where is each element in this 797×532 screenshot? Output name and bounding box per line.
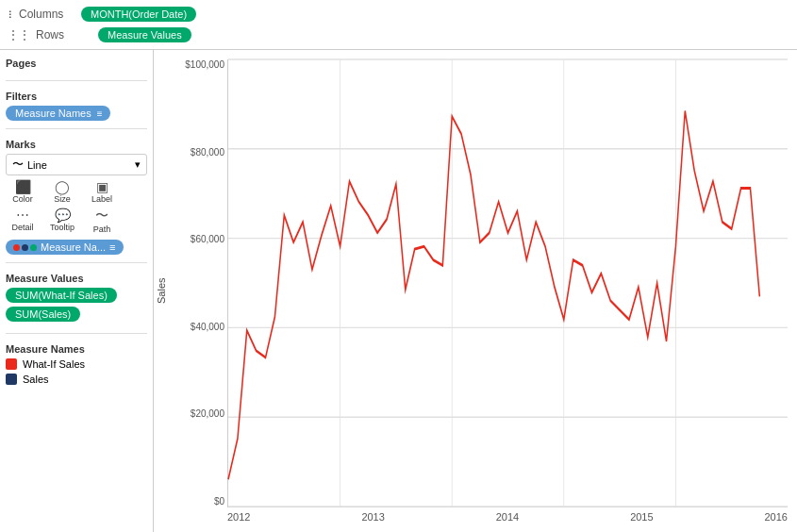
legend-label-whatif: What-If Sales bbox=[23, 358, 85, 370]
sidebar: Pages Filters Measure Names ≡ Marks 〜 Li… bbox=[0, 50, 154, 532]
y-tick-60k: $60,000 bbox=[170, 234, 224, 244]
legend-item-sales: Sales bbox=[6, 374, 147, 385]
y-tick-20k: $20,000 bbox=[170, 408, 224, 419]
y-tick-100k: $100,000 bbox=[170, 59, 224, 70]
filters-section: Filters Measure Names ≡ bbox=[6, 91, 147, 129]
columns-row: ⫶ Columns MONTH(Order Date) bbox=[0, 4, 797, 25]
filter-pill-label: Measure Names bbox=[15, 108, 91, 119]
chart-inner: $100,000 $80,000 $60,000 $40,000 $20,000… bbox=[227, 59, 788, 507]
color-button[interactable]: ⬛ Color bbox=[6, 179, 40, 204]
marks-icons-row: ⬛ Color ◯ Size ▣ Label bbox=[6, 179, 147, 204]
x-ticks: 2012 2013 2014 2015 2016 bbox=[227, 507, 788, 523]
y-tick-80k: $80,000 bbox=[170, 147, 224, 158]
columns-icon: ⫶ bbox=[8, 8, 13, 21]
legend-color-sales bbox=[6, 374, 17, 385]
marks-section: Marks 〜 Line ▾ ⬛ Color ◯ Size ▣ Label bbox=[6, 139, 147, 263]
path-icon: 〜 bbox=[95, 208, 108, 224]
pages-section: Pages bbox=[6, 58, 147, 81]
detail-label: Detail bbox=[11, 223, 33, 232]
line-chart-svg bbox=[228, 59, 788, 507]
marks-color-pill[interactable]: Measure Na... ≡ bbox=[6, 240, 124, 255]
measure-names-title: Measure Names bbox=[6, 343, 147, 355]
path-button[interactable]: 〜 Path bbox=[85, 208, 119, 234]
y-axis-label: Sales bbox=[154, 59, 169, 523]
marks-color-pill-icon: ≡ bbox=[109, 241, 115, 253]
rows-pill[interactable]: Measure Values bbox=[98, 27, 191, 42]
color-dots-icon bbox=[13, 241, 37, 253]
marks-color-pill-label: Measure Na... bbox=[41, 241, 106, 253]
size-button[interactable]: ◯ Size bbox=[45, 179, 79, 204]
line-icon: 〜 bbox=[12, 157, 24, 173]
y-tick-0: $0 bbox=[170, 496, 224, 507]
x-tick-2014: 2014 bbox=[496, 511, 519, 523]
label-label: Label bbox=[91, 194, 112, 204]
x-tick-2012: 2012 bbox=[227, 511, 250, 523]
marks-type-dropdown[interactable]: 〜 Line ▾ bbox=[6, 154, 147, 175]
chevron-down-icon: ▾ bbox=[135, 158, 141, 171]
measure-values-title: Measure Values bbox=[6, 273, 147, 284]
size-icon: ◯ bbox=[55, 179, 70, 194]
columns-pill[interactable]: MONTH(Order Date) bbox=[81, 7, 196, 22]
x-tick-2013: 2013 bbox=[361, 511, 384, 523]
filters-title: Filters bbox=[6, 91, 147, 102]
path-label: Path bbox=[93, 224, 111, 234]
main-area: Pages Filters Measure Names ≡ Marks 〜 Li… bbox=[0, 50, 797, 532]
legend-item-whatif: What-If Sales bbox=[6, 358, 147, 370]
size-label: Size bbox=[54, 194, 71, 204]
rows-row: ⋮⋮ Rows Measure Values bbox=[0, 25, 797, 45]
marks-title: Marks bbox=[6, 139, 147, 150]
marks-type-label: Line bbox=[27, 159, 131, 171]
columns-label: Columns bbox=[19, 8, 75, 21]
filter-pill-icon: ≡ bbox=[97, 108, 103, 119]
pages-title: Pages bbox=[6, 58, 147, 69]
color-icon: ⬛ bbox=[15, 179, 31, 194]
detail-button[interactable]: ⋯ Detail bbox=[6, 208, 40, 234]
tooltip-label: Tooltip bbox=[50, 223, 75, 232]
chart-wrapper: Sales $100,000 $80,000 $60,000 $40,000 $… bbox=[154, 59, 788, 523]
rows-label: Rows bbox=[36, 28, 92, 42]
filter-pill[interactable]: Measure Names ≡ bbox=[6, 106, 110, 121]
chart-area: Sales $100,000 $80,000 $60,000 $40,000 $… bbox=[154, 50, 797, 532]
x-tick-2015: 2015 bbox=[630, 511, 653, 523]
color-label: Color bbox=[12, 194, 33, 204]
whatif-sales-line bbox=[228, 111, 759, 480]
measure-names-section: Measure Names What-If Sales Sales bbox=[6, 343, 147, 392]
label-icon: ▣ bbox=[96, 179, 108, 194]
measure-values-section: Measure Values SUM(What-If Sales) SUM(Sa… bbox=[6, 273, 147, 334]
detail-icon: ⋯ bbox=[16, 208, 29, 223]
sum-sales-pill[interactable]: SUM(Sales) bbox=[6, 307, 80, 322]
y-ticks: $100,000 $80,000 $60,000 $40,000 $20,000… bbox=[170, 59, 224, 507]
label-button[interactable]: ▣ Label bbox=[85, 179, 119, 204]
legend-color-whatif bbox=[6, 358, 17, 370]
tooltip-icon: 💬 bbox=[55, 208, 71, 223]
toolbar: ⫶ Columns MONTH(Order Date) ⋮⋮ Rows Meas… bbox=[0, 0, 797, 50]
tooltip-button[interactable]: 💬 Tooltip bbox=[45, 208, 79, 234]
marks-icons-row2: ⋯ Detail 💬 Tooltip 〜 Path bbox=[6, 208, 147, 234]
rows-icon: ⋮⋮ bbox=[8, 28, 30, 42]
x-tick-2016: 2016 bbox=[765, 511, 788, 523]
legend-label-sales: Sales bbox=[23, 374, 49, 385]
sum-whatif-sales-pill[interactable]: SUM(What-If Sales) bbox=[6, 288, 117, 303]
y-tick-40k: $40,000 bbox=[170, 322, 224, 332]
